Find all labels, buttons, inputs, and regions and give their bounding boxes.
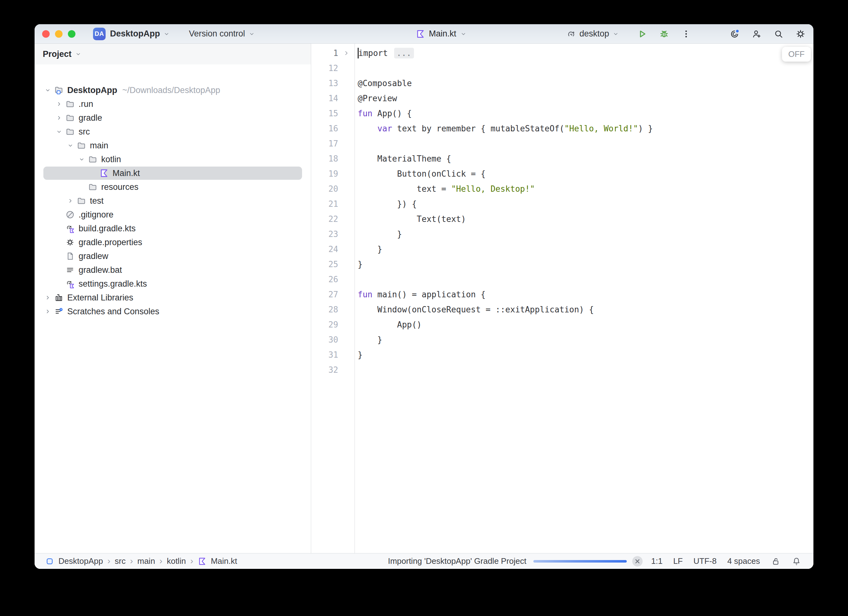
vcs-menu-button[interactable]: Version control	[189, 29, 255, 38]
fold-spacer	[338, 106, 354, 121]
code-token: Button(onClick = {	[358, 169, 486, 179]
editor-gutter: 1121314151617181920212223242526272829303…	[311, 44, 354, 553]
project-avatar[interactable]: DA	[93, 28, 105, 40]
line-number: 12	[311, 61, 338, 76]
fold-spacer	[338, 76, 354, 91]
zoom-window-button[interactable]	[68, 30, 76, 38]
code-line-29: App()	[358, 317, 814, 332]
encoding-widget[interactable]: UTF-8	[693, 556, 717, 566]
line-number: 32	[311, 362, 338, 378]
code-line-22: Text(text)	[358, 212, 814, 227]
chevron-down-icon[interactable]	[76, 156, 87, 163]
tree-row-main-kt[interactable]: Main.kt	[34, 166, 311, 180]
tree-row-resources[interactable]: resources	[34, 180, 311, 194]
tree-item-label: gradlew.bat	[79, 265, 122, 275]
chevron-right-icon[interactable]	[42, 294, 53, 301]
chevron-right-icon[interactable]	[53, 114, 65, 121]
chevron-down-icon[interactable]	[42, 87, 53, 94]
code-token: }	[358, 260, 363, 269]
run-button[interactable]	[637, 29, 648, 39]
code-token: }) {	[358, 199, 417, 209]
tree-item-label: resources	[101, 182, 139, 192]
project-panel-title: Project	[43, 49, 72, 59]
chevron-down-icon	[248, 31, 255, 37]
folded-imports-placeholder[interactable]: ...	[394, 48, 414, 58]
breadcrumb-item-main[interactable]: main	[137, 556, 155, 566]
folder-icon	[76, 141, 87, 150]
ai-completion-toggle[interactable]: OFF	[782, 47, 811, 62]
code-with-me-button[interactable]	[751, 29, 762, 39]
breadcrumb-separator: ›	[190, 556, 193, 566]
folder-icon	[87, 182, 98, 192]
tree-row-gradlew-bat[interactable]: gradlew.bat	[34, 263, 311, 277]
code-line-17	[358, 136, 814, 151]
tree-item-path: ~/Downloads/DesktopApp	[122, 86, 220, 95]
breadcrumb-item-main-kt[interactable]: Main.kt	[211, 556, 237, 566]
tree-row-settings-gradle-kts[interactable]: settings.gradle.kts	[34, 277, 311, 291]
tree-row-gradle-properties[interactable]: gradle.properties	[34, 235, 311, 249]
tree-row-desktopapp[interactable]: DesktopApp~/Downloads/DesktopApp	[34, 83, 311, 97]
chevron-right-icon[interactable]	[65, 197, 76, 204]
tree-row-scratches-and-consoles[interactable]: Scratches and Consoles	[34, 305, 311, 318]
tree-item-label: src	[79, 127, 90, 137]
search-everywhere-button[interactable]	[773, 29, 784, 39]
tree-row-gradlew[interactable]: gradlew	[34, 249, 311, 263]
cancel-task-button[interactable]	[632, 556, 643, 567]
code-editor[interactable]: 1121314151617181920212223242526272829303…	[311, 44, 814, 553]
chevron-right-icon[interactable]	[42, 308, 53, 315]
tree-row-gradle[interactable]: gradle	[34, 111, 311, 125]
folder-icon	[65, 127, 76, 136]
text-caret	[358, 48, 359, 58]
fold-region-icon[interactable]	[338, 46, 354, 61]
breadcrumb-item-desktopapp[interactable]: DesktopApp	[58, 556, 103, 566]
breadcrumb-item-kotlin[interactable]: kotlin	[167, 556, 186, 566]
more-actions-button[interactable]	[681, 29, 691, 39]
notifications-icon[interactable]	[792, 556, 802, 566]
project-menu-button[interactable]: DesktopApp	[105, 29, 170, 38]
code-token: Text(text)	[358, 214, 466, 224]
folder-icon	[65, 113, 76, 123]
string-token: "Hello, World!"	[564, 124, 638, 133]
chevron-down-icon[interactable]	[65, 142, 76, 149]
debug-button[interactable]	[659, 29, 670, 39]
line-number: 16	[311, 121, 338, 136]
chevron-down-icon[interactable]	[53, 128, 65, 135]
tree-row-main[interactable]: main	[34, 139, 311, 153]
breadcrumb-item-src[interactable]: src	[115, 556, 126, 566]
fold-spacer	[338, 61, 354, 76]
gutter-line: 17	[311, 136, 354, 151]
indent-widget[interactable]: 4 spaces	[727, 556, 760, 566]
code-token: @Composable	[358, 78, 412, 88]
project-panel-header[interactable]: Project	[34, 44, 311, 64]
tree-row--gitignore[interactable]: .gitignore	[34, 208, 311, 222]
tree-row-src[interactable]: src	[34, 125, 311, 139]
project-icon	[45, 557, 54, 566]
fold-spacer	[338, 272, 354, 287]
line-ending-widget[interactable]: LF	[673, 556, 683, 566]
settings-button[interactable]	[795, 29, 806, 39]
minimize-window-button[interactable]	[55, 30, 62, 38]
close-window-button[interactable]	[42, 30, 50, 38]
tree-row-external-libraries[interactable]: External Libraries	[34, 291, 311, 305]
open-file-switcher[interactable]: Main.kt	[415, 29, 467, 38]
breadcrumb-separator: ›	[159, 556, 162, 566]
keyword-token: fun	[358, 290, 372, 299]
code-line-27: fun main() = application {	[358, 287, 814, 302]
line-number: 27	[311, 287, 338, 302]
gutter-line: 16	[311, 121, 354, 136]
tree-row-kotlin[interactable]: kotlin	[34, 153, 311, 166]
tree-item-label: gradle.properties	[79, 238, 142, 247]
code-token: Window(onCloseRequest = ::exitApplicatio…	[358, 305, 594, 314]
run-configuration-selector[interactable]: desktop	[566, 29, 619, 39]
chevron-right-icon[interactable]	[53, 101, 65, 108]
tree-row--run[interactable]: .run	[34, 97, 311, 111]
code-line-1: import ...	[358, 46, 814, 61]
ai-assistant-button[interactable]	[729, 29, 740, 39]
unlock-icon[interactable]	[771, 556, 781, 566]
code-token: }	[358, 335, 382, 345]
tree-row-build-gradle-kts[interactable]: build.gradle.kts	[34, 222, 311, 235]
chevron-down-icon	[612, 31, 619, 37]
tree-item-label: .gitignore	[79, 210, 113, 220]
tree-row-test[interactable]: test	[34, 194, 311, 208]
caret-position-widget[interactable]: 1:1	[651, 556, 663, 566]
